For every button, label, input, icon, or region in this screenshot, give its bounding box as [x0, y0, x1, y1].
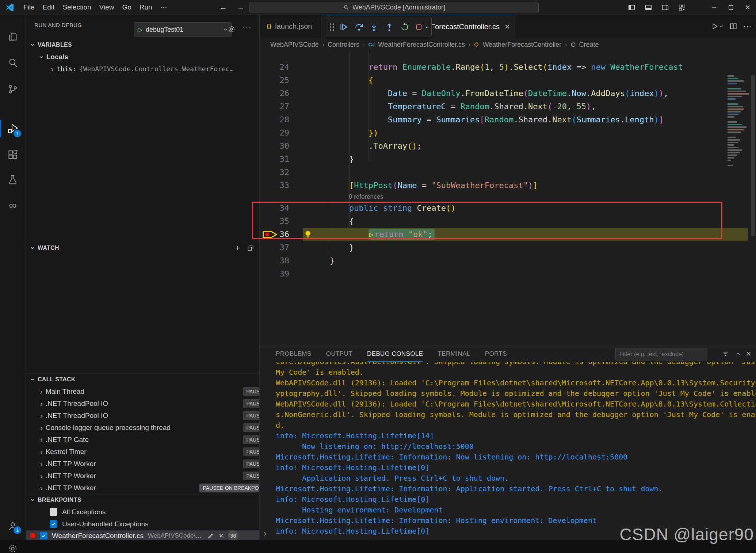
settings-gear-icon[interactable]: [0, 537, 26, 553]
code-line-28[interactable]: 28 Summary = Summaries[Random.Shared.Nex…: [259, 113, 756, 126]
tab-output[interactable]: OUTPUT: [326, 346, 352, 362]
call-stack-thread[interactable]: ›.NET TP GatePAUSED: [26, 434, 260, 446]
call-stack-thread[interactable]: ›.NET TP WorkerPAUSED: [26, 458, 260, 470]
breadcrumb-class[interactable]: WeatherForecastController: [482, 41, 561, 49]
testing-icon[interactable]: [0, 168, 26, 191]
line-number[interactable]: 39: [267, 267, 289, 281]
line-number[interactable]: 30: [267, 140, 289, 153]
breadcrumb-project[interactable]: WebAPIVSCode: [270, 41, 319, 49]
breakpoint-all-exceptions[interactable]: All Exceptions: [26, 506, 260, 518]
menu-go[interactable]: Go: [118, 0, 135, 15]
toolbar-drag-handle[interactable]: [330, 23, 335, 31]
line-number[interactable]: 28: [267, 113, 289, 126]
call-stack-thread[interactable]: ›Console logger queue processing threadP…: [26, 422, 260, 434]
launch-config-picker[interactable]: ▷ debugTest01 ›: [134, 22, 232, 37]
breadcrumb-file[interactable]: WeatherForecastController.cs: [378, 41, 465, 49]
explorer-icon[interactable]: [0, 25, 26, 48]
code-line-37[interactable]: 37 }: [259, 241, 756, 254]
code-line-27[interactable]: 27 TemperatureC = Random.Shared.Next(-20…: [259, 100, 756, 113]
toggle-sidebar-icon[interactable]: [623, 0, 640, 15]
call-stack-thread[interactable]: ›Main ThreadPAUSED: [26, 385, 260, 397]
debug-views-more-icon[interactable]: ···: [243, 23, 252, 32]
tab-problems[interactable]: PROBLEMS: [276, 346, 312, 362]
console-input-chevron-icon[interactable]: ›: [264, 528, 267, 538]
close-panel-icon[interactable]: ×: [746, 349, 751, 359]
code-line-33[interactable]: 33 [HttpPost(Name = "SubWeatherForecast"…: [259, 179, 756, 192]
call-stack-thread[interactable]: ›.NET ThreadPool IOPAUSED: [26, 409, 260, 422]
toggle-secondary-sidebar-icon[interactable]: [657, 0, 673, 15]
debug-console-output[interactable]: core.Diagnostics.Abstractions.dll'. Skip…: [259, 346, 756, 540]
code-line-25[interactable]: 25 {: [259, 74, 756, 87]
breakpoint-user-unhandled[interactable]: User-Unhandled Exceptions: [26, 518, 260, 530]
maximize-panel-icon[interactable]: ›: [734, 352, 741, 355]
extensions-icon[interactable]: [0, 143, 26, 167]
editor-more-actions-icon[interactable]: ···: [743, 22, 752, 31]
continue-icon[interactable]: [337, 20, 351, 34]
checkbox-checked[interactable]: [40, 532, 47, 539]
line-number[interactable]: 37: [267, 241, 289, 254]
debug-settings-gear-icon[interactable]: [227, 25, 236, 34]
maximize-button[interactable]: [722, 0, 739, 15]
command-center[interactable]: WebAPIVSCode [Administrator]: [249, 2, 539, 13]
add-watch-icon[interactable]: +: [235, 243, 240, 253]
variables-section-header[interactable]: › VARIABLES: [26, 39, 259, 51]
menu-file[interactable]: File: [19, 0, 39, 15]
line-number[interactable]: 32: [267, 166, 289, 179]
editor-scrollbar[interactable]: [751, 75, 755, 236]
line-number[interactable]: 24: [267, 61, 289, 74]
minimap[interactable]: [727, 75, 752, 181]
code-line-38[interactable]: 38 }: [259, 254, 756, 267]
edit-breakpoint-icon[interactable]: [207, 532, 214, 539]
code-line-24[interactable]: 24 return Enumerable.Range(1, 5).Select(…: [259, 61, 756, 74]
call-stack-thread[interactable]: ›Kestrel TimerPAUSED: [26, 446, 260, 458]
call-stack-section-header[interactable]: › CALL STACK: [26, 373, 259, 385]
code-line-32[interactable]: 32: [259, 166, 756, 179]
nav-forward-icon[interactable]: →: [232, 3, 249, 12]
breadcrumb-method[interactable]: Create: [579, 41, 599, 49]
code-line-29[interactable]: 29 }): [259, 126, 756, 140]
tab-debug-console[interactable]: DEBUG CONSOLE: [367, 346, 423, 362]
vs-project-icon[interactable]: ∞: [0, 194, 26, 217]
restart-icon[interactable]: [398, 20, 412, 34]
menu-view[interactable]: View: [95, 0, 118, 15]
close-window-button[interactable]: ×: [739, 0, 756, 15]
line-number[interactable]: 33: [267, 179, 289, 192]
console-filter-input[interactable]: [616, 348, 707, 360]
checkbox-unchecked[interactable]: [50, 508, 57, 516]
code-area[interactable]: 24 return Enumerable.Range(1, 5).Select(…: [259, 51, 756, 345]
tab-launch-json[interactable]: {} launch.json: [259, 15, 321, 38]
line-number[interactable]: 38: [267, 254, 289, 267]
locals-group[interactable]: › Locals: [26, 51, 260, 63]
code-line-26[interactable]: 26 Date = DateOnly.FromDateTime(DateTime…: [259, 87, 756, 100]
call-stack-thread[interactable]: ›.NET TP WorkerPAUSED: [26, 470, 260, 482]
collapse-watch-icon[interactable]: [247, 244, 254, 252]
menu-edit[interactable]: Edit: [39, 0, 59, 15]
watch-section-header[interactable]: › WATCH +: [26, 242, 259, 254]
run-and-debug-icon[interactable]: 1: [0, 117, 26, 140]
line-number[interactable]: 29: [267, 126, 289, 140]
menu-selection[interactable]: Selection: [58, 0, 95, 15]
checkbox-checked[interactable]: [50, 520, 57, 528]
filter-icon[interactable]: [722, 350, 729, 358]
breadcrumb-folder[interactable]: Controllers: [328, 41, 359, 49]
breakpoints-section-header[interactable]: › BREAKPOINTS: [26, 494, 259, 506]
search-sidebar-icon[interactable]: [0, 51, 26, 75]
code-line-30[interactable]: 30 .ToArray();: [259, 140, 756, 153]
code-line-31[interactable]: 31 }: [259, 153, 756, 166]
line-number[interactable]: 27: [267, 100, 289, 113]
minimize-button[interactable]: –: [706, 0, 722, 15]
line-number[interactable]: 25: [267, 74, 289, 87]
customize-layout-icon[interactable]: [673, 0, 690, 15]
step-over-icon[interactable]: [352, 20, 366, 34]
variable-this-row[interactable]: › this: {WebAPIVSCode.Controllers.Weathe…: [26, 63, 260, 75]
stop-icon[interactable]: [413, 20, 424, 34]
console-filter[interactable]: [615, 348, 707, 361]
line-number[interactable]: 26: [267, 87, 289, 100]
close-tab-icon[interactable]: ×: [505, 22, 510, 32]
stop-dropdown-icon[interactable]: ›: [424, 26, 431, 28]
step-out-icon[interactable]: [383, 20, 396, 34]
split-editor-icon[interactable]: [729, 22, 737, 30]
call-stack-thread[interactable]: ›.NET ThreadPool IOPAUSED: [26, 397, 260, 409]
tab-terminal[interactable]: TERMINAL: [438, 346, 470, 362]
toggle-panel-icon[interactable]: [640, 0, 657, 15]
